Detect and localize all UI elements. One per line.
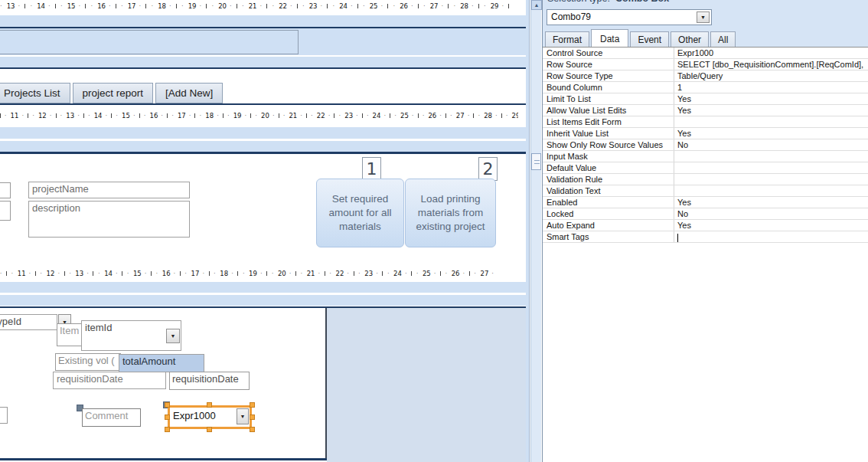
property-value[interactable]: Yes	[674, 197, 868, 208]
property-tab-all[interactable]: All	[710, 31, 736, 47]
load-printing-materials-button[interactable]: Load printing materials from existing pr…	[405, 179, 496, 247]
property-label[interactable]: Enabled	[543, 197, 674, 208]
property-row[interactable]: Row Source TypeTable/Query	[543, 70, 868, 82]
property-row[interactable]: Limit To ListYes	[543, 93, 868, 105]
form-section-band	[0, 141, 526, 152]
scroll-up-button[interactable]	[531, 0, 542, 10]
requisition-date-label[interactable]: requisitionDate	[169, 372, 250, 390]
type-id-combobox[interactable]: TypeId	[0, 314, 57, 330]
property-row[interactable]: Validation Rule	[543, 174, 868, 185]
property-value[interactable]	[674, 231, 868, 242]
form-tab-project-report[interactable]: project report	[73, 83, 154, 103]
form-tab-add-new[interactable]: [Add New]	[155, 83, 223, 103]
ruler-segment: ··17	[107, 2, 138, 10]
existing-vol-label[interactable]: Existing vol (	[55, 353, 121, 371]
property-row[interactable]: LockedNo	[543, 208, 868, 220]
property-tab-other[interactable]: Other	[671, 31, 709, 47]
property-label[interactable]: List Items Edit Form	[543, 116, 674, 127]
property-value[interactable]	[674, 116, 868, 127]
property-label[interactable]: Bound Column	[543, 82, 674, 93]
selection-handle[interactable]	[250, 427, 255, 432]
item-id-dropdown-arrow[interactable]	[166, 329, 180, 343]
property-label[interactable]: Limit To List	[543, 93, 674, 104]
property-label[interactable]: Inherit Value List	[543, 128, 674, 139]
scrollbar-thumb[interactable]	[531, 153, 541, 170]
ruler-segment: ··27	[438, 112, 465, 120]
description-textbox[interactable]: description	[28, 201, 190, 238]
ruler-segment: ··14	[76, 112, 103, 120]
property-value[interactable]: No	[674, 208, 868, 219]
vertical-scrollbar[interactable]	[530, 0, 541, 462]
property-row[interactable]: Validation Text	[543, 185, 868, 197]
property-label[interactable]: Row Source	[543, 59, 674, 70]
ruler-segment: ··27	[410, 2, 440, 10]
property-label[interactable]: Validation Rule	[543, 174, 674, 185]
property-value[interactable]: Yes	[674, 220, 868, 231]
property-tab-data[interactable]: Data	[591, 29, 628, 48]
clipped-label-left-2[interactable]	[0, 201, 11, 221]
property-label[interactable]: Row Source Type	[543, 70, 674, 81]
property-value[interactable]: Yes	[674, 128, 868, 139]
property-row[interactable]: EnabledYes	[543, 197, 868, 208]
property-value[interactable]: Expr1000	[674, 48, 868, 58]
property-label[interactable]: Auto Expand	[543, 220, 674, 231]
selection-handle[interactable]	[165, 402, 170, 408]
selection-combobox-arrow[interactable]	[697, 11, 710, 23]
property-row[interactable]: Allow Value List EditsYes	[543, 105, 868, 116]
ruler-segment: ··22	[259, 2, 289, 10]
property-value[interactable]: Yes	[674, 105, 868, 116]
expr1000-combobox-selected[interactable]: Expr1000	[168, 405, 252, 429]
property-value[interactable]	[674, 151, 868, 162]
property-value[interactable]	[674, 185, 868, 196]
ruler-segment: ··14	[17, 2, 47, 10]
property-value[interactable]: SELECT [dbo_RequisitionComment].[ReqComI…	[674, 59, 868, 70]
selection-handle[interactable]	[207, 402, 212, 408]
property-label[interactable]: Validation Text	[543, 185, 674, 196]
property-value[interactable]: Table/Query	[674, 70, 868, 81]
property-label[interactable]: Control Source	[543, 48, 674, 58]
property-value[interactable]	[674, 162, 868, 173]
selection-handle[interactable]	[207, 427, 212, 432]
property-value[interactable]	[674, 174, 868, 185]
property-row[interactable]: Control SourceExpr1000	[543, 48, 868, 59]
property-row[interactable]: Show Only Row Source ValuesNo	[543, 139, 868, 151]
property-label[interactable]: Show Only Row Source Values	[543, 139, 674, 150]
property-tab-event[interactable]: Event	[630, 31, 669, 47]
project-name-textbox[interactable]: projectName	[28, 182, 190, 198]
property-row[interactable]: Smart Tags	[543, 231, 868, 243]
property-row[interactable]: Default Value	[543, 162, 868, 174]
total-amount-textbox[interactable]: totalAmount	[119, 354, 204, 372]
header-control-outline[interactable]	[0, 30, 299, 54]
canvas-edge	[526, 0, 530, 462]
property-label[interactable]: Smart Tags	[543, 231, 674, 242]
property-label[interactable]: Default Value	[543, 162, 674, 173]
clipped-label-left-3[interactable]	[0, 407, 8, 424]
clipped-label-left-1[interactable]	[0, 182, 11, 198]
property-value[interactable]: No	[674, 139, 868, 150]
selection-handle[interactable]	[250, 414, 255, 420]
expr1000-dropdown-arrow[interactable]	[237, 408, 249, 424]
property-row[interactable]: Bound Column1	[543, 82, 868, 93]
property-row[interactable]: Row SourceSELECT [dbo_RequisitionComment…	[543, 59, 868, 70]
property-row[interactable]: Input Mask	[543, 151, 868, 162]
selection-handle[interactable]	[165, 414, 170, 420]
set-required-amount-button[interactable]: Set required amount for all materials	[316, 179, 404, 247]
property-row[interactable]: List Items Edit Form	[543, 116, 868, 128]
property-label[interactable]: Locked	[543, 208, 674, 219]
property-label[interactable]: Input Mask	[543, 151, 674, 162]
property-row[interactable]: Inherit Value ListYes	[543, 128, 868, 139]
form-section-band	[0, 57, 526, 67]
form-tab-projects-list[interactable]: Projects List	[0, 83, 70, 103]
scrollbar-grip	[534, 160, 540, 164]
selection-handle[interactable]	[250, 402, 255, 408]
comment-label[interactable]: Comment	[82, 408, 141, 427]
property-row[interactable]: Auto ExpandYes	[543, 220, 868, 231]
selection-combobox[interactable]: Combo79	[547, 9, 712, 25]
property-tab-format[interactable]: Format	[545, 31, 589, 47]
property-value[interactable]: 1	[674, 82, 868, 93]
property-label[interactable]: Allow Value List Edits	[543, 105, 674, 116]
property-value[interactable]: Yes	[674, 93, 868, 104]
requisition-date-textbox[interactable]: requisitionDate	[53, 372, 166, 389]
item-label[interactable]: Item	[57, 323, 82, 346]
selection-handle[interactable]	[165, 427, 170, 432]
